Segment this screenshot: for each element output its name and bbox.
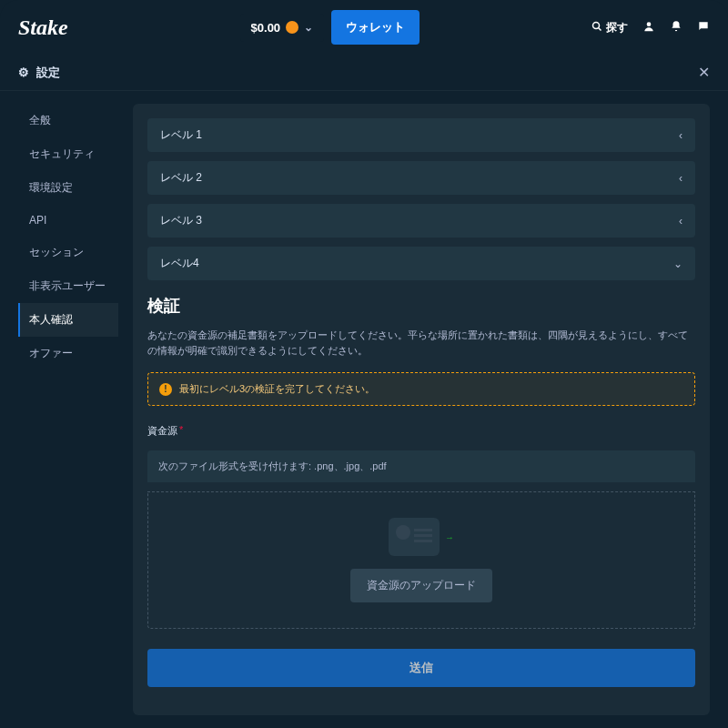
settings-bar: ⚙ 設定 ✕: [0, 55, 728, 91]
settings-sidebar: 全般 セキュリティ 環境設定 API セッション 非表示ユーザー 本人確認 オフ…: [18, 104, 118, 715]
sidebar-item-general[interactable]: 全般: [18, 104, 118, 137]
chevron-left-icon: ‹: [679, 129, 682, 142]
level-1-row[interactable]: レベル 1 ‹: [147, 118, 695, 152]
user-icon[interactable]: [642, 20, 655, 35]
id-card-icon: [389, 518, 440, 556]
top-header: Stake $0.00 ⌄ ウォレット 探す: [0, 0, 728, 55]
file-format-hint: 次のファイル形式を受け付けます: .png、.jpg、.pdf: [147, 450, 695, 482]
alert-text: 最初にレベル3の検証を完了してください。: [179, 382, 375, 396]
chevron-left-icon: ‹: [679, 215, 682, 228]
required-star: *: [179, 424, 183, 438]
search-label: 探す: [606, 20, 628, 35]
upload-button[interactable]: 資金源のアップロード: [350, 569, 492, 602]
bitcoin-icon: [286, 21, 298, 34]
chevron-left-icon: ‹: [679, 172, 682, 185]
level-3-row[interactable]: レベル 3 ‹: [147, 204, 695, 238]
sidebar-item-verify[interactable]: 本人確認: [18, 303, 118, 337]
sidebar-item-sessions[interactable]: セッション: [18, 236, 118, 269]
svg-point-2: [647, 22, 652, 26]
search-icon: [592, 21, 602, 35]
verify-title: 検証: [147, 295, 695, 317]
arrow-right-icon: →: [445, 532, 454, 542]
settings-title: ⚙ 設定: [18, 65, 60, 81]
chevron-down-icon: ⌄: [304, 21, 313, 34]
close-button[interactable]: ✕: [698, 64, 710, 81]
upload-illustration: →: [389, 518, 454, 556]
search-button[interactable]: 探す: [592, 20, 628, 35]
chat-icon[interactable]: [697, 20, 710, 35]
notifications-icon[interactable]: [670, 20, 682, 35]
verify-description: あなたの資金源の補足書類をアップロードしてください。平らな場所に置かれた書類は、…: [147, 328, 695, 358]
sidebar-item-hidden-users[interactable]: 非表示ユーザー: [18, 269, 118, 303]
gear-icon: ⚙: [18, 66, 29, 79]
level-2-row[interactable]: レベル 2 ‹: [147, 161, 695, 195]
content-panel: レベル 1 ‹ レベル 2 ‹ レベル 3 ‹ レベル4 ⌄ 検証 あなたの資金…: [133, 104, 710, 715]
svg-point-0: [593, 22, 600, 28]
sidebar-item-security[interactable]: セキュリティ: [18, 137, 118, 171]
alert-level3-required: ! 最初にレベル3の検証を完了してください。: [147, 372, 695, 406]
funds-source-label: 資金源 *: [147, 424, 695, 438]
wallet-button[interactable]: ウォレット: [331, 10, 420, 45]
balance-dropdown[interactable]: $0.00 ⌄: [240, 14, 325, 42]
svg-line-1: [599, 27, 602, 30]
level-4-row[interactable]: レベル4 ⌄: [147, 247, 695, 280]
upload-dropzone[interactable]: → 資金源のアップロード: [147, 491, 695, 629]
balance-amount: $0.00: [251, 21, 281, 35]
logo[interactable]: Stake: [18, 15, 68, 40]
sidebar-item-preferences[interactable]: 環境設定: [18, 171, 118, 205]
submit-button[interactable]: 送信: [147, 649, 695, 687]
sidebar-item-offers[interactable]: オファー: [18, 337, 118, 370]
sidebar-item-api[interactable]: API: [18, 205, 118, 236]
warning-icon: !: [159, 383, 172, 396]
chevron-down-icon: ⌄: [673, 258, 682, 270]
